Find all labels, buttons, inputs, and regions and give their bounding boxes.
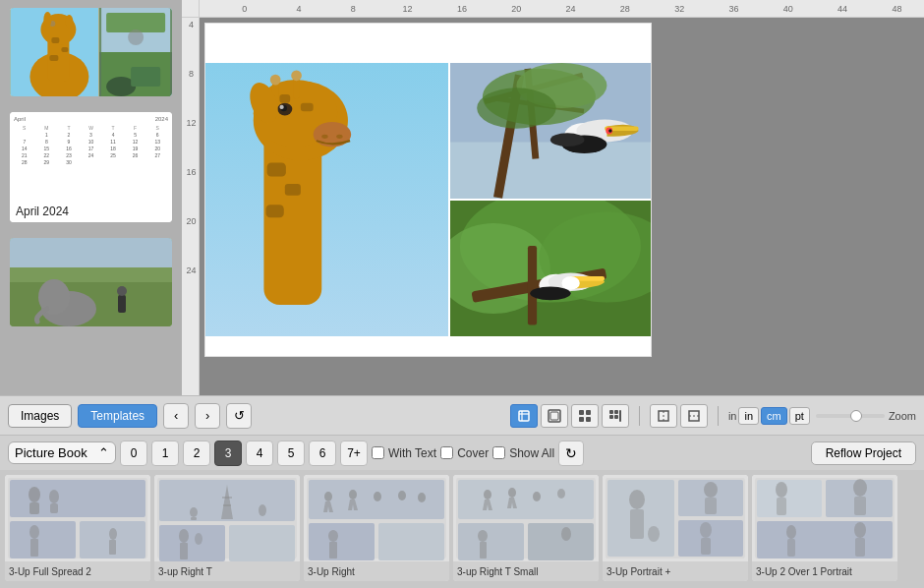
ruler-mark: 40 [761,4,815,14]
show-all-option[interactable]: Show All [492,446,554,460]
main-photo-giraffe[interactable] [205,63,448,336]
svg-rect-82 [579,410,584,415]
chevron-left-icon: ‹ [174,408,178,423]
frame-tool-button[interactable] [541,404,568,428]
page-num-label: 3 [225,446,232,460]
svg-rect-85 [586,417,591,422]
svg-rect-83 [586,410,591,415]
thumbnail-1[interactable] [10,8,172,96]
svg-point-119 [195,533,202,545]
thumbnail-3[interactable] [10,238,172,326]
template-1-preview [5,475,150,561]
svg-point-167 [854,522,866,538]
svg-point-96 [29,487,40,502]
grid1-icon [578,409,592,423]
reflow-project-button[interactable]: Reflow Project [811,441,916,465]
template-4[interactable]: 3-up Right T Small [453,475,599,581]
svg-point-12 [128,29,144,45]
svg-point-62 [550,133,585,147]
template-2-label: 3-up Right T [154,561,300,581]
svg-point-151 [648,526,660,542]
thumbnail-2[interactable]: April 2024 SMTWTFS 123456 78910111213 14… [10,112,172,222]
toolbar-divider2 [718,406,719,426]
ruler-left-mark: 12 [182,118,199,167]
svg-point-102 [29,525,39,539]
templates-tab[interactable]: Templates [78,404,157,428]
show-all-checkbox[interactable] [492,446,505,459]
cover-checkbox[interactable] [440,446,453,459]
template-1[interactable]: 3-Up Full Spread 2 [5,475,150,581]
thumb1-left-photo [10,8,99,96]
hornbill-photo-top[interactable] [450,63,651,199]
show-all-label: Show All [509,446,554,460]
ruler-left-mark: 8 [182,69,199,118]
svg-rect-90 [619,410,621,422]
with-text-checkbox[interactable] [372,446,384,459]
nav-refresh-button[interactable]: ↺ [226,403,252,429]
svg-rect-158 [757,480,822,517]
svg-rect-160 [757,521,893,559]
page-3-button[interactable]: 3 [214,441,242,466]
unit-group: in in cm pt [728,407,810,425]
svg-rect-129 [378,523,444,560]
page-0-button[interactable]: 0 [120,441,147,466]
images-tab[interactable]: Images [8,404,72,428]
ruler-mark: 32 [653,4,707,14]
template-6[interactable]: 3-Up 2 Over 1 Portrait [752,475,897,581]
ruler-left: 4 8 12 16 20 24 [182,18,200,395]
svg-rect-150 [630,509,644,539]
zoom-thumb[interactable] [850,410,862,422]
svg-point-130 [328,530,338,542]
cover-label: Cover [457,446,489,460]
svg-rect-15 [131,67,160,87]
unit-cm-button[interactable]: cm [761,407,787,425]
cover-option[interactable]: Cover [440,446,489,460]
nav-next-button[interactable]: › [195,403,220,429]
svg-point-138 [557,489,565,499]
page-num-label: 7+ [347,446,361,460]
page-num-label: 4 [257,446,263,460]
transform1-button[interactable] [650,404,677,428]
page-6-button[interactable]: 6 [309,441,336,466]
photo-page[interactable] [204,23,652,357]
zoom-slider[interactable] [816,414,885,418]
svg-point-23 [117,286,127,296]
page-4-button[interactable]: 4 [246,441,273,466]
svg-rect-84 [579,417,584,422]
ruler-mark: 4 [271,4,325,14]
template-2[interactable]: 3-up Right T [154,475,300,581]
svg-rect-153 [705,498,717,514]
page-7plus-button[interactable]: 7+ [340,441,368,466]
svg-point-5 [43,12,51,28]
svg-point-37 [291,70,302,81]
svg-point-35 [270,75,281,86]
unit-pt-button[interactable]: pt [789,407,810,425]
svg-point-98 [49,490,59,503]
grid1-tool-button[interactable] [571,404,599,428]
thumb1-right-photos [99,8,172,96]
unit-in-button[interactable]: in [738,407,759,425]
book-type-dropdown[interactable]: Picture Book ⌃ [8,441,116,464]
woodpecker-photo-bottom[interactable] [450,201,651,336]
transform2-button[interactable] [680,404,708,428]
template-5[interactable]: 3-Up Portrait + [603,475,748,581]
thumb2-label: April 2024 [10,201,172,222]
template-3[interactable]: 3-Up Right [304,475,449,581]
refresh-button[interactable]: ↻ [558,441,584,466]
crop-tool-button[interactable] [510,404,538,428]
page-2-button[interactable]: 2 [183,441,210,466]
svg-rect-142 [480,542,487,559]
with-text-option[interactable]: With Text [372,446,436,460]
nav-prev-button[interactable]: ‹ [163,403,189,429]
edit-tool-group [510,404,629,428]
svg-point-124 [349,490,357,500]
thumb3-image [10,238,172,326]
svg-point-60 [608,129,611,132]
template-strip: 3-Up Full Spread 2 [0,470,924,588]
grid2-tool-button[interactable] [602,404,629,428]
main-layout: April 2024 SMTWTFS 123456 78910111213 14… [0,0,924,395]
ruler-top: 0 4 8 12 16 20 24 28 32 36 40 44 48 [182,0,924,18]
cal-month-label: April [14,116,26,122]
page-5-button[interactable]: 5 [277,441,305,466]
page-1-button[interactable]: 1 [151,441,179,466]
